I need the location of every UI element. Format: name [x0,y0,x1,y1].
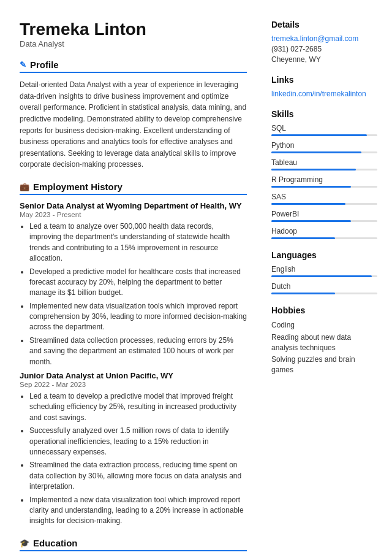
links-section: Links linkedin.com/in/tremekalinton [271,75,377,98]
links-section-title: Links [271,75,377,85]
skill-sql-bar-fill [271,134,367,136]
candidate-name: Tremeka Linton [20,20,247,39]
skill-python: Python [271,141,377,153]
skill-r-name: R Programming [271,175,377,184]
left-column: Tremeka Linton Data Analyst ✎ Profile De… [20,20,264,555]
skill-r-bar-fill [271,186,351,188]
skill-sas: SAS [271,193,377,205]
lang-english-bar-fill [271,275,372,277]
resume-container: Tremeka Linton Data Analyst ✎ Profile De… [0,0,392,555]
skill-powerbi-name: PowerBI [271,210,377,218]
skill-python-bar-bg [271,151,377,153]
job-2: Junior Data Analyst at Union Pacific, WY… [20,371,247,527]
candidate-title: Data Analyst [20,39,247,48]
lang-dutch-bar-bg [271,293,377,294]
lang-dutch-name: Dutch [271,282,377,291]
skill-powerbi: PowerBI [271,210,377,222]
location-text: Cheyenne, WY [271,55,377,64]
lang-english: English [271,265,377,277]
skill-powerbi-bar-bg [271,220,377,222]
skill-python-name: Python [271,141,377,150]
job-2-bullet-3: Streamlined the data extraction process,… [29,460,247,492]
skills-section-title: Skills [271,109,377,119]
job-2-bullet-1: Led a team to develop a predictive model… [29,391,247,423]
profile-text: Detail-oriented Data Analyst with a year… [20,79,247,170]
hobby-1: Coding [271,320,377,331]
header: Tremeka Linton Data Analyst [20,20,247,48]
profile-section: ✎ Profile Detail-oriented Data Analyst w… [20,59,247,170]
hobby-3: Solving puzzles and brain games [271,354,377,375]
skill-tableau-name: Tableau [271,158,377,167]
profile-section-title: ✎ Profile [20,59,247,73]
skill-hadoop-name: Hadoop [271,227,377,235]
job-2-title: Junior Data Analyst at Union Pacific, WY [20,371,247,380]
skills-section: Skills SQL Python Tableau R Programming … [271,109,377,239]
job-1-bullet-2: Developed a predictive model for healthc… [29,267,247,299]
job-1-bullet-4: Streamlined data collection processes, r… [29,335,247,367]
phone-text: (931) 027-2685 [271,45,377,53]
employment-section-title: 💼 Employment History [20,182,247,195]
hobbies-section-title: Hobbies [271,305,377,315]
details-section: Details tremeka.linton@gmail.com (931) 0… [271,20,377,64]
skill-sas-name: SAS [271,193,377,201]
education-section: 🎓 Education Master's Degree in Data Scie… [20,538,247,555]
skill-sql-name: SQL [271,124,377,132]
job-2-bullet-2: Successfully analyzed over 1.5 million r… [29,426,247,457]
skill-sql-bar-bg [271,134,377,136]
employment-icon: 💼 [20,182,29,191]
education-icon: 🎓 [20,538,29,548]
email-link[interactable]: tremeka.linton@gmail.com [271,34,377,43]
skill-tableau-bar-fill [271,169,356,170]
skill-sas-bar-bg [271,203,377,205]
skill-sql: SQL [271,124,377,136]
linkedin-link[interactable]: linkedin.com/in/tremekalinton [271,90,377,98]
job-2-date: Sep 2022 - Mar 2023 [20,381,247,388]
job-2-bullet-4: Implemented a new data visualization too… [29,495,247,527]
details-section-title: Details [271,20,377,29]
employment-section: 💼 Employment History Senior Data Analyst… [20,182,247,527]
skill-r: R Programming [271,175,377,188]
lang-dutch-bar-fill [271,293,335,294]
skill-sas-bar-fill [271,203,345,205]
skill-hadoop-bar-fill [271,237,335,239]
hobbies-section: Hobbies Coding Reading about new data an… [271,305,377,375]
lang-english-bar-bg [271,275,377,277]
skill-python-bar-fill [271,151,361,153]
profile-icon: ✎ [20,60,26,69]
languages-section-title: Languages [271,250,377,260]
job-1-bullet-1: Led a team to analyze over 500,000 healt… [29,221,247,264]
hobby-2: Reading about new data analysis techniqu… [271,332,377,353]
job-1-bullets: Led a team to analyze over 500,000 healt… [20,221,247,367]
skill-hadoop-bar-bg [271,237,377,239]
skill-r-bar-bg [271,186,377,188]
skill-tableau-bar-bg [271,169,377,170]
skill-hadoop: Hadoop [271,227,377,239]
job-1-bullet-3: Implemented new data visualization tools… [29,301,247,333]
skill-powerbi-bar-fill [271,220,351,222]
lang-dutch: Dutch [271,282,377,294]
job-1: Senior Data Analyst at Wyoming Departmen… [20,201,247,367]
job-1-date: May 2023 - Present [20,211,247,218]
languages-section: Languages English Dutch [271,250,377,294]
education-section-title: 🎓 Education [20,538,247,551]
skill-tableau: Tableau [271,158,377,170]
job-2-bullets: Led a team to develop a predictive model… [20,391,247,527]
job-1-title: Senior Data Analyst at Wyoming Departmen… [20,201,247,210]
lang-english-name: English [271,265,377,274]
right-column: Details tremeka.linton@gmail.com (931) 0… [264,20,377,555]
